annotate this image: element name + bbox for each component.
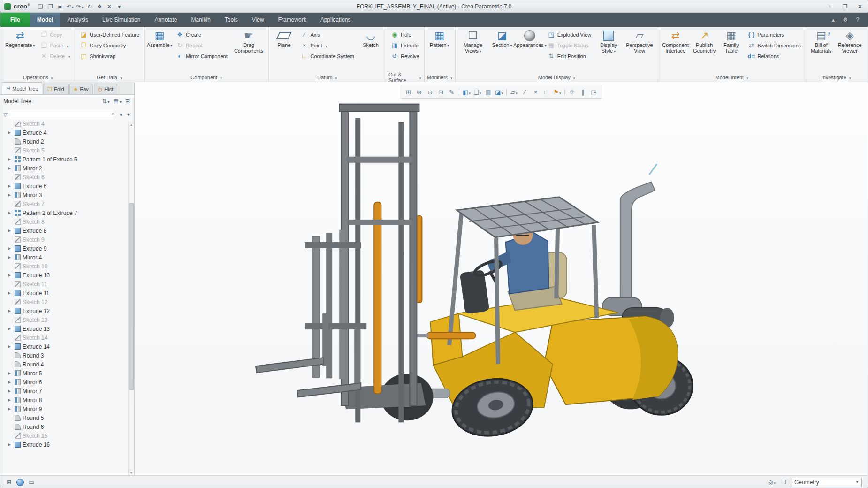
copy-button[interactable]: ❐ Copy: [38, 29, 73, 40]
clear-filter-icon[interactable]: ✕: [111, 112, 115, 116]
parameters-button[interactable]: { } Parameters: [745, 29, 803, 40]
tab-favorites[interactable]: ★ Fav: [69, 84, 93, 94]
view-manager-icon[interactable]: ▦: [483, 87, 494, 97]
tree-item[interactable]: Sketch 14: [1, 333, 127, 342]
tree-item[interactable]: Round 2: [1, 137, 127, 146]
zoom-in-icon[interactable]: ⊕: [414, 87, 425, 97]
expand-arrow-icon[interactable]: [8, 273, 13, 277]
tree-scrollbar[interactable]: ▲ ▼: [128, 122, 134, 475]
create-button[interactable]: ❖ Create: [174, 29, 230, 40]
hole-button[interactable]: ◉ Hole: [388, 29, 422, 40]
tree-item[interactable]: Extrude 9: [1, 244, 127, 253]
forklift-model[interactable]: [252, 101, 693, 443]
relations-button[interactable]: d= Relations: [745, 51, 803, 61]
tab-manikin[interactable]: Manikin: [184, 13, 217, 27]
graphics-area[interactable]: ⊞ ⊕ ⊖ ⊡ ✎: [135, 82, 868, 475]
manage-views-button[interactable]: ❑ Manage Views: [458, 28, 488, 54]
tab-framework[interactable]: Framework: [271, 13, 313, 27]
tree-item[interactable]: Mirror 8: [1, 396, 127, 404]
tree-item[interactable]: Pattern 2 of Extrude 7: [1, 208, 127, 217]
expand-arrow-icon[interactable]: [8, 202, 13, 206]
undo-icon[interactable]: ↶: [65, 2, 75, 11]
zoom-region-icon[interactable]: ⊞: [403, 87, 414, 97]
expand-arrow-icon[interactable]: [8, 434, 13, 438]
expand-arrow-icon[interactable]: [8, 193, 13, 197]
tree-item[interactable]: Sketch 12: [1, 297, 127, 306]
add-filter-icon[interactable]: +: [126, 111, 131, 118]
expand-arrow-icon[interactable]: [8, 416, 13, 420]
repaint-icon[interactable]: ✎: [446, 87, 457, 97]
customize-toolbar-icon[interactable]: ▾: [114, 2, 124, 11]
tree-columns-icon[interactable]: ▤: [112, 98, 123, 105]
edit-position-button[interactable]: ⇅ Edit Position: [545, 51, 594, 61]
expand-arrow-icon[interactable]: [8, 282, 13, 286]
tree-item[interactable]: Sketch 4: [1, 122, 127, 128]
revolve-button[interactable]: ↺ Revolve: [388, 51, 422, 61]
tree-item[interactable]: Extrude 13: [1, 324, 127, 333]
family-table-button[interactable]: ▦ Family Table: [718, 28, 744, 53]
tree-item[interactable]: Sketch 10: [1, 262, 127, 271]
expand-arrow-icon[interactable]: [8, 255, 13, 259]
tree-item[interactable]: Mirror 6: [1, 378, 127, 387]
tree-filter-input[interactable]: [9, 110, 116, 119]
tree-item[interactable]: Sketch 8: [1, 217, 127, 226]
expand-arrow-icon[interactable]: [8, 380, 13, 384]
save-icon[interactable]: ▣: [55, 2, 65, 11]
expand-arrow-icon[interactable]: [8, 371, 13, 375]
expand-arrow-icon[interactable]: [8, 166, 13, 170]
tree-item[interactable]: Round 3: [1, 351, 127, 360]
axis-display-icon[interactable]: ∕: [519, 87, 530, 97]
regenerate-button[interactable]: ⇄ Regenerate: [4, 28, 37, 49]
model-display-group-label[interactable]: Model Display: [458, 73, 655, 82]
user-defined-feature-button[interactable]: ◪ User-Defined Feature: [77, 29, 142, 40]
forklift-carriage-forks[interactable]: [256, 230, 366, 397]
tree-item[interactable]: Extrude 10: [1, 271, 127, 280]
scroll-up-icon[interactable]: ▲: [129, 122, 134, 127]
selection-filter-select[interactable]: Geometry ▼: [792, 478, 862, 487]
redo-icon[interactable]: ↷: [75, 2, 84, 11]
tree-item[interactable]: Extrude 4: [1, 128, 127, 137]
web-browser-icon[interactable]: [15, 478, 25, 487]
saved-orientations-icon[interactable]: ❑: [472, 87, 483, 97]
tree-item[interactable]: Mirror 7: [1, 387, 127, 396]
expand-arrow-icon[interactable]: [8, 122, 13, 126]
tree-item[interactable]: Pattern 1 of Extrude 5: [1, 155, 127, 164]
expand-arrow-icon[interactable]: [8, 211, 13, 215]
tree-item[interactable]: Round 5: [1, 413, 127, 422]
switch-dimensions-button[interactable]: ⇄ Switch Dimensions: [745, 40, 803, 51]
expand-arrow-icon[interactable]: [8, 309, 13, 313]
filter-options-icon[interactable]: ▾: [118, 111, 124, 118]
shrinkwrap-button[interactable]: ◫ Shrinkwrap: [77, 51, 142, 61]
expand-arrow-icon[interactable]: [8, 353, 13, 358]
tab-view[interactable]: View: [245, 13, 271, 27]
forklift-exhaust[interactable]: [602, 164, 657, 315]
annotation-display-icon[interactable]: ⚑: [552, 87, 563, 97]
axis-button[interactable]: ∕ Axis: [298, 29, 357, 40]
expand-arrow-icon[interactable]: [8, 237, 13, 242]
expand-arrow-icon[interactable]: [8, 157, 13, 161]
display-style-icon[interactable]: ◧: [461, 87, 472, 97]
new-file-icon[interactable]: ❏: [36, 2, 45, 11]
expand-arrow-icon[interactable]: [8, 246, 13, 251]
refit-icon[interactable]: ⊡: [435, 87, 446, 97]
fullscreen-icon[interactable]: ▭: [27, 478, 36, 487]
expand-arrow-icon[interactable]: [8, 336, 13, 340]
appearances-button[interactable]: Appearances: [516, 28, 544, 49]
tab-history[interactable]: ◷ Hist: [94, 84, 118, 94]
tab-model-tree[interactable]: ⊟ Model Tree: [2, 82, 42, 94]
find-model-icon[interactable]: ◎: [767, 478, 777, 487]
tab-model[interactable]: Model: [30, 13, 61, 27]
model-intent-group-label[interactable]: Model Intent: [661, 73, 803, 82]
expand-arrow-icon[interactable]: [8, 291, 13, 295]
expand-arrow-icon[interactable]: [8, 407, 13, 411]
exploded-view-button[interactable]: ◳ Exploded View: [545, 29, 594, 40]
maximize-button[interactable]: ❐: [838, 0, 853, 12]
expand-arrow-icon[interactable]: [8, 264, 13, 268]
coordinate-system-button[interactable]: ∟ Coordinate System: [298, 51, 357, 61]
tree-item[interactable]: Sketch 11: [1, 280, 127, 289]
toggle-tree-icon[interactable]: ⊞: [4, 478, 14, 487]
reference-viewer-button[interactable]: ◈ Reference Viewer: [835, 28, 864, 53]
tab-live-simulation[interactable]: Live Simulation: [95, 13, 147, 27]
minimize-button[interactable]: –: [822, 0, 838, 12]
operations-group-label[interactable]: Operations: [4, 73, 72, 82]
